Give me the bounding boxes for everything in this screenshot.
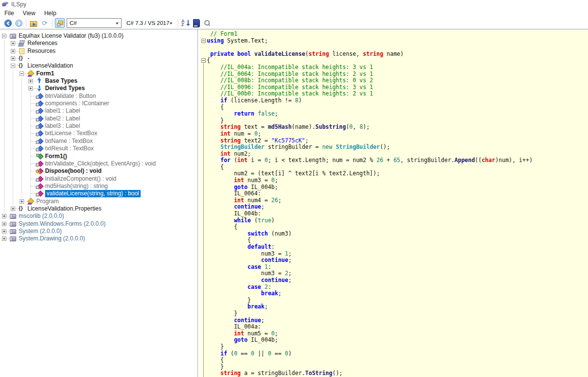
tree-guide-line (4, 70, 4, 77)
tree-item[interactable]: Form1() (0, 153, 197, 160)
expander-collapsed[interactable] (28, 86, 33, 91)
menu-item-view[interactable]: View (18, 9, 40, 17)
assembly-tree[interactable]: Equihax License Validator (fu3) (1.0.0.0… (0, 29, 198, 377)
tree-item[interactable]: Resources (0, 47, 197, 55)
tree-item[interactable]: label3 : Label (0, 122, 197, 130)
tree-item[interactable]: - (0, 55, 197, 62)
expander-collapsed[interactable] (2, 222, 6, 226)
menu-item-help[interactable]: Help (40, 9, 61, 17)
code-fold-margin (200, 29, 207, 377)
tree-item[interactable]: InitializeComponent() : void (0, 175, 197, 183)
search-button[interactable] (202, 18, 212, 28)
refresh-button[interactable]: ⟳ (40, 18, 49, 28)
tree-item[interactable]: btnValidate_Click(object, EventArgs) : v… (0, 160, 197, 167)
expander-expanded[interactable] (20, 71, 24, 76)
code-line: int num2; (207, 151, 588, 158)
tree-item-label: LicenseValidation (27, 62, 73, 70)
tree-item[interactable]: mscorlib (2.0.0.0) (0, 212, 197, 220)
expander-collapsed[interactable] (11, 49, 15, 53)
visibility-toggle-button[interactable] (55, 18, 65, 28)
open-assembly-button[interactable] (29, 18, 39, 28)
expander-collapsed[interactable] (11, 41, 15, 46)
tree-guide-line (4, 190, 4, 197)
tree-item-label: components : IContainer (45, 100, 109, 107)
tree-item[interactable]: label1 : Label (0, 107, 197, 115)
tree-guide-line (13, 93, 13, 100)
decompiled-code-panel[interactable]: // Form1using System.Text; private bool … (200, 29, 588, 377)
tree-guide-line (4, 167, 4, 175)
tree-item[interactable]: System (2.0.0.0) (0, 228, 197, 235)
code-line: int num5 = 0; (207, 330, 588, 337)
tree-item[interactable]: md5Hash(string) : string (0, 183, 197, 190)
tree-guide-line (4, 160, 4, 167)
expander-collapsed[interactable] (28, 79, 33, 83)
expander-collapsed[interactable] (11, 207, 15, 211)
tree-item[interactable]: LicenseValidation.Properties (0, 205, 197, 212)
tree-item[interactable]: Form1 (0, 70, 197, 77)
tree-item[interactable]: label2 : Label (0, 115, 197, 122)
tree-item[interactable]: txtResult : TextBox (0, 145, 197, 152)
tree-guide-line (13, 115, 13, 122)
tree-item[interactable]: txtName : TextBox (0, 138, 197, 145)
expander-collapsed[interactable] (2, 236, 6, 241)
tree-guide-line (13, 153, 13, 160)
tree-item-label: label2 : Label (45, 115, 80, 122)
tree-item[interactable]: References (0, 40, 197, 47)
options-button[interactable] (192, 18, 201, 28)
toolbar-separator (26, 19, 26, 27)
tree-item[interactable]: System.Drawing (2.0.0.0) (0, 235, 197, 242)
code-line: { (207, 57, 588, 64)
tree-item[interactable]: components : IContainer (0, 100, 197, 107)
tree-item[interactable]: txtLicense : TextBox (0, 130, 197, 137)
expander-collapsed[interactable] (11, 56, 15, 61)
language-select[interactable]: C# (67, 18, 122, 28)
field-icon (36, 115, 43, 122)
code-line: num3 = 1; (207, 251, 588, 258)
tree-item[interactable]: System.Windows.Forms (2.0.0.0) (0, 220, 197, 228)
code-line: continue; (207, 277, 588, 284)
code-view[interactable]: // Form1using System.Text; private bool … (207, 31, 588, 377)
tree-item[interactable]: Program (0, 198, 197, 205)
expander-expanded[interactable] (2, 34, 6, 38)
field-icon (36, 100, 43, 107)
tree-item[interactable]: Base Types (0, 77, 197, 85)
expander-collapsed[interactable] (2, 214, 6, 218)
method-icon (36, 183, 43, 189)
tree-item[interactable]: Equihax License Validator (fu3) (1.0.0.0… (0, 32, 197, 40)
code-line: int num4 = 26; (207, 197, 588, 204)
tree-item-label: txtLicense : TextBox (45, 130, 98, 137)
language-version-select[interactable]: C# 7.3 / VS 2017 (124, 18, 176, 28)
code-line: continue; (207, 257, 588, 264)
tree-guide-line (4, 40, 4, 47)
tree-item[interactable]: validateLicense(string, string) : bool (0, 190, 197, 197)
field-icon (36, 138, 43, 144)
tree-guide-line (13, 198, 13, 205)
tree-guide-line (4, 55, 4, 62)
tree-item[interactable]: LicenseValidation (0, 62, 197, 70)
tree-guide-line (22, 190, 22, 197)
code-line: while (true) (207, 217, 588, 224)
back-button[interactable] (3, 18, 13, 28)
chevron-down-icon (170, 23, 172, 26)
expander-collapsed[interactable] (20, 199, 24, 204)
code-line: //IL_008b: Incompatible stack heights: 0… (207, 77, 588, 84)
tree-item[interactable]: Dispose(bool) : void (0, 167, 197, 175)
fold-marker[interactable] (201, 39, 206, 43)
tree-item-label: Dispose(bool) : void (45, 167, 101, 175)
tree-item[interactable]: btnValidate : Button (0, 93, 197, 100)
tree-guide-line (22, 93, 22, 100)
ctor-icon (36, 153, 43, 160)
forward-button[interactable] (14, 18, 24, 28)
assembly-icon (9, 235, 17, 242)
tree-item-label: LicenseValidation.Properties (27, 205, 101, 212)
fold-marker[interactable] (201, 58, 206, 63)
code-line: } (207, 310, 588, 317)
expander-collapsed[interactable] (2, 229, 6, 234)
open-folder-icon (30, 20, 38, 26)
tree-guide-line (22, 153, 22, 160)
menu-item-file[interactable]: File (0, 9, 18, 17)
sort-assemblies-button[interactable]: A Z (181, 18, 191, 28)
fold-line (203, 63, 204, 377)
expander-expanded[interactable] (11, 64, 15, 68)
tree-item[interactable]: Derived Types (0, 85, 197, 92)
